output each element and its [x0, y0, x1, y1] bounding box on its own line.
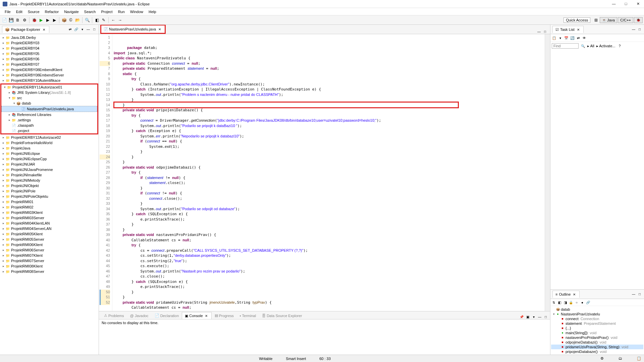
- outline-item[interactable]: ■connect : Connection: [551, 316, 643, 321]
- close-outline-icon[interactable]: ✕: [572, 292, 577, 297]
- tab-javadoc[interactable]: @Javadoc: [127, 312, 151, 319]
- close-tab-icon[interactable]: ✕: [42, 27, 46, 32]
- outline-tree[interactable]: 📦datab▾●NastaveniPravUzivatelu■connect :…: [550, 306, 644, 355]
- collapse-icon[interactable]: ⇄: [68, 27, 72, 32]
- debug-icon[interactable]: 🐞: [31, 17, 37, 23]
- outline-f5-icon[interactable]: ●: [580, 300, 585, 305]
- menu-icon[interactable]: ▾: [80, 27, 85, 32]
- openfile-icon[interactable]: 📂: [74, 17, 80, 23]
- menu-project[interactable]: Project: [98, 9, 115, 14]
- minimize-button[interactable]: —: [610, 2, 617, 6]
- outline-max-icon[interactable]: □: [637, 292, 642, 297]
- runext-icon[interactable]: ▶: [51, 17, 57, 23]
- outline-item[interactable]: ■nastaveniProPridaniPrav() : void: [551, 335, 643, 340]
- open-perspective-icon[interactable]: ⊞: [593, 17, 599, 23]
- menu-window[interactable]: Window: [127, 9, 146, 14]
- link-icon[interactable]: 🔗: [74, 27, 78, 32]
- quick-access[interactable]: Quick Access: [564, 17, 590, 23]
- outline-sort-icon[interactable]: ⇅: [551, 300, 556, 305]
- toggle-icon[interactable]: ◧: [94, 17, 100, 23]
- tasklist-tab[interactable]: ☑ Task List ✕: [552, 26, 584, 33]
- close-editor-icon[interactable]: ✕: [157, 27, 162, 32]
- tree-item[interactable]: ▸📁ProjektJNIObjekt: [0, 183, 99, 188]
- tree-item[interactable]: ▸📁ProjektRMI05Klient: [0, 231, 99, 237]
- sb-icon1[interactable]: ⚙: [600, 356, 605, 361]
- maximize-button[interactable]: □: [623, 2, 629, 6]
- tree-item[interactable]: ▸📁ProjektJNIPoleObjektu: [0, 194, 99, 199]
- saveall-icon[interactable]: 🗎: [15, 17, 21, 23]
- outline-link-icon[interactable]: 🔗: [586, 300, 590, 305]
- tree-item[interactable]: ▸📁ProjektRMI04ServerLAN: [0, 226, 99, 231]
- task-hide-icon[interactable]: 👁: [582, 36, 587, 40]
- tree-item[interactable]: ▸📚JRE System Library [JavaSE-1.8]: [1, 90, 97, 95]
- menu-search[interactable]: Search: [82, 9, 99, 14]
- max-icon[interactable]: □: [92, 27, 97, 32]
- tree-item[interactable]: 📄.project: [1, 128, 97, 133]
- outline-f1-icon[interactable]: ◧: [557, 300, 562, 305]
- tree-item[interactable]: ▸📁ProjektRMI05Server: [0, 237, 99, 242]
- tree-item[interactable]: ▸📁ProjektDERBY08EmbendServer: [0, 72, 99, 78]
- tree-item[interactable]: ▸📁ProjektDERBY06: [0, 56, 99, 62]
- min-icon[interactable]: —: [86, 27, 91, 32]
- console-pin-icon[interactable]: 📌: [519, 314, 524, 319]
- task-new-icon[interactable]: 📋: [552, 36, 556, 40]
- newclass-icon[interactable]: ©: [68, 17, 74, 23]
- outline-item[interactable]: ■pripojeniDatabaze() : void: [551, 349, 643, 354]
- coverage-icon[interactable]: ▶: [45, 17, 51, 23]
- outline-f4-icon[interactable]: ○: [574, 300, 579, 305]
- close-tasklist-icon[interactable]: ✕: [576, 27, 581, 32]
- tree-item[interactable]: ▸📁ProjektRMI01: [0, 199, 99, 204]
- perspective-debug[interactable]: 🐞: [634, 17, 643, 23]
- tree-item[interactable]: ▸📁ProjektJNIJavaPromenne: [0, 167, 99, 172]
- task-sched-icon[interactable]: 📅: [564, 36, 569, 40]
- tree-item[interactable]: ▸📁ProjektJNIEclipse: [0, 151, 99, 156]
- tab-terminal[interactable]: ▪Terminal: [237, 312, 259, 319]
- nav-back-icon[interactable]: ←: [110, 17, 116, 23]
- tree-item[interactable]: 📄.classpath: [1, 123, 97, 128]
- package-explorer-tab[interactable]: 📦 Package Explorer ✕: [2, 26, 49, 33]
- tab-progress[interactable]: ▤Progress: [212, 312, 237, 319]
- outline-min-icon[interactable]: —: [631, 292, 636, 297]
- run-icon[interactable]: ▶: [38, 17, 44, 23]
- tree-item[interactable]: ▸📁ProjektDERBY05: [0, 51, 99, 56]
- tree-item[interactable]: ▸📁ProjektJNIEclipseCpp: [0, 156, 99, 162]
- tasklist-max-icon[interactable]: □: [637, 27, 642, 32]
- tree-item[interactable]: ▸📁ProjektRMI02: [0, 204, 99, 210]
- tree-item[interactable]: ▸📁ProjektRMI06Klient: [0, 242, 99, 247]
- tree-item[interactable]: ▸📚Referenced Libraries: [1, 112, 97, 117]
- tab-dse[interactable]: 🗄Data Source Explorer: [259, 312, 305, 319]
- tree-item[interactable]: ▸📁ProjektDERBY03: [0, 40, 99, 46]
- tree-item[interactable]: ▸📁ProjektRMI07Server: [0, 258, 99, 263]
- task-find-input[interactable]: [552, 43, 579, 49]
- console-min-icon[interactable]: —: [537, 314, 542, 319]
- perspective-java[interactable]: ☕ Java: [600, 17, 617, 23]
- menu-help[interactable]: Help: [146, 9, 159, 14]
- build-icon[interactable]: ⚙: [21, 17, 28, 23]
- menu-navigate[interactable]: Navigate: [61, 9, 81, 14]
- sb-icon2[interactable]: 🗂: [619, 356, 623, 361]
- code-editor[interactable]: package datab; import java.sql.*; public…: [112, 34, 545, 311]
- tab-declaration[interactable]: 📄Declaration: [152, 312, 182, 319]
- tree-item[interactable]: ▾📁ProjektDERBY11Autorizace01: [1, 84, 97, 90]
- tab-console[interactable]: ▣Console ✕: [182, 312, 211, 319]
- outline-f3-icon[interactable]: 🔒: [569, 300, 573, 305]
- tree-item[interactable]: ▸📁ProjektJNIJAR: [0, 162, 99, 167]
- tree-item[interactable]: ▸📁ProjektRMI03Server: [0, 215, 99, 221]
- save-icon[interactable]: 💾: [8, 17, 14, 23]
- package-tree[interactable]: ▸📁Java.DB.Derby▸📁ProjektDERBY03▸📁Projekt…: [0, 34, 99, 355]
- task-cat-icon[interactable]: ▾: [558, 36, 562, 40]
- tree-item[interactable]: ▸📁ProjektFortranHalloWorld: [0, 140, 99, 145]
- console-new-icon[interactable]: ▾: [531, 314, 536, 319]
- tree-item[interactable]: ▸📁Java.DB.Derby: [0, 35, 99, 40]
- console-display-icon[interactable]: ▣: [525, 314, 530, 319]
- mark-icon[interactable]: ✎: [101, 17, 107, 23]
- outline-f2-icon[interactable]: ◨: [563, 300, 568, 305]
- tree-item[interactable]: ▸📁ProjektDERBY10Autentifikace: [0, 78, 99, 83]
- task-search-icon[interactable]: 🔍: [581, 44, 585, 48]
- outline-item[interactable]: ■odpojimeDatabazi() : void: [551, 340, 643, 345]
- tree-item[interactable]: ▸📁ProjektDERBY12Autorizace02: [0, 135, 99, 140]
- tree-item[interactable]: ▸📁ProjektJava: [0, 145, 99, 151]
- tree-item[interactable]: ▸📁ProjektDERBY07: [0, 62, 99, 67]
- tree-item[interactable]: ▸📁ProjektDERBY08EmbendKlient: [0, 67, 99, 72]
- newpkg-icon[interactable]: 📦: [61, 17, 67, 23]
